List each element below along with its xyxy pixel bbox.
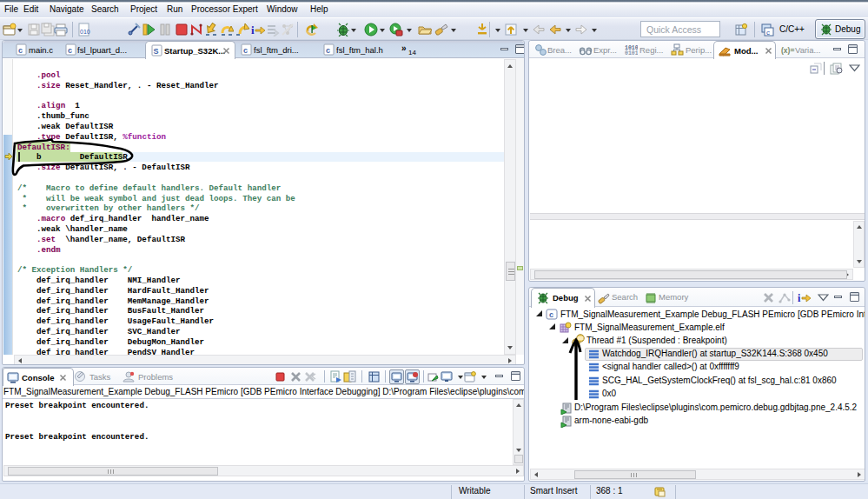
svg-text:010: 010: [80, 29, 90, 35]
svg-text:c: c: [549, 310, 553, 319]
svg-text:S: S: [154, 47, 159, 56]
svg-text:c: c: [766, 29, 770, 37]
svg-text:c: c: [68, 46, 72, 55]
svg-text:c: c: [18, 46, 23, 55]
svg-text:0101: 0101: [625, 50, 638, 56]
svg-text:i: i: [798, 292, 801, 304]
svg-text:c: c: [326, 46, 330, 55]
svg-text:c: c: [243, 46, 248, 55]
svg-text:i: i: [251, 23, 255, 37]
